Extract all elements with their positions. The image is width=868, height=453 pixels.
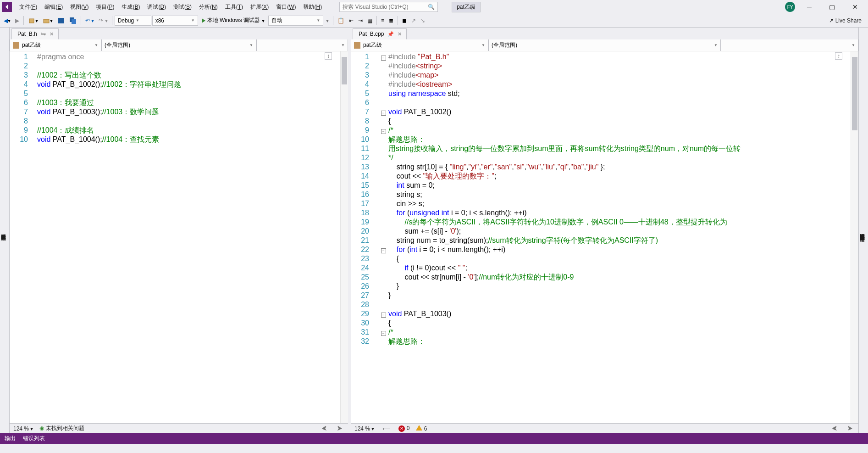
fold-toggle[interactable] xyxy=(378,181,388,190)
code-line[interactable]: { xyxy=(388,117,851,126)
code-line[interactable]: void PAT_B_1003();//1003：数学问题 xyxy=(37,107,340,117)
platform-dropdown[interactable]: x86▼ xyxy=(152,16,198,26)
code-line[interactable] xyxy=(37,89,340,98)
fold-toggle[interactable] xyxy=(378,300,388,309)
member-combo[interactable]: ▼ xyxy=(256,39,348,51)
fold-toggle[interactable] xyxy=(378,71,388,80)
fold-toggle[interactable] xyxy=(378,236,388,245)
code-line[interactable]: 用string接收输入，string的每一位数字累加到sum里面，再将sum转化… xyxy=(388,144,851,153)
code-line[interactable]: } xyxy=(388,282,851,291)
code-line[interactable]: { xyxy=(388,254,851,263)
fold-toggle[interactable] xyxy=(378,291,388,300)
code-line[interactable]: void PAT_B_1004();//1004：查找元素 xyxy=(37,135,340,144)
code-line[interactable]: int sum = 0; xyxy=(388,181,851,190)
pin-icon[interactable]: ⮀ xyxy=(41,31,46,37)
nav-right-icon[interactable]: ⮞ xyxy=(846,425,855,432)
code-line[interactable]: if (i != 0)cout << " "; xyxy=(388,263,851,273)
code-line[interactable]: for (unsigned int i = 0; i < s.length();… xyxy=(388,208,851,218)
nav-left-icon[interactable]: ⮜ xyxy=(320,425,329,432)
search-box[interactable]: 🔍 xyxy=(339,2,438,12)
member-combo[interactable]: ▼ xyxy=(721,39,858,51)
fold-toggle[interactable] xyxy=(378,162,388,172)
code-line[interactable]: string num = to_string(sum);//sum转化为stri… xyxy=(388,236,851,245)
fold-toggle[interactable] xyxy=(378,98,388,107)
menu-item[interactable]: 测试(S) xyxy=(170,1,195,13)
menu-item[interactable]: 工具(T) xyxy=(221,1,247,13)
code-line[interactable]: cin >> s; xyxy=(388,199,851,208)
search-input[interactable] xyxy=(343,4,428,10)
code-line[interactable]: #include<iostream> xyxy=(388,80,851,89)
nav-back-button[interactable]: ◀ ▾ xyxy=(2,17,12,25)
code-line[interactable]: string str[10] = { "ling","yi","er","san… xyxy=(388,162,851,172)
new-project-button[interactable]: ▾ xyxy=(26,16,40,25)
fold-toggle[interactable] xyxy=(378,319,388,328)
expand-icon[interactable]: ↕ xyxy=(325,52,332,60)
code-line[interactable]: */ xyxy=(388,153,851,162)
code-line[interactable]: //s的每个字符为ASCII，将ACSII字符转化为10进制数字，例ASCII … xyxy=(388,218,851,227)
zoom-dropdown[interactable]: 124 % ▾ xyxy=(13,425,33,432)
close-icon[interactable]: ✕ xyxy=(50,31,54,37)
close-icon[interactable]: ✕ xyxy=(398,31,402,37)
menu-item[interactable]: 调试(D) xyxy=(144,1,170,13)
start-debug-button[interactable]: 本地 Windows 调试器 ▾ xyxy=(199,16,267,25)
redo-button[interactable]: ↷ ▾ xyxy=(97,17,109,25)
code-line[interactable]: } xyxy=(388,291,851,300)
code-line[interactable]: sum += (s[i] - '0'); xyxy=(388,227,851,236)
undo-button[interactable]: ↶ ▾ xyxy=(83,17,96,25)
tab-pat-b-cpp[interactable]: Pat_B.cpp 📌 ✕ xyxy=(353,28,407,39)
left-code-area[interactable]: 12345678910 ↕#pragma once //1002：写出这个数vo… xyxy=(10,51,348,423)
minimize-button[interactable]: ─ xyxy=(802,1,817,12)
menu-item[interactable]: 扩展(X) xyxy=(247,1,272,13)
live-share-button[interactable]: ↗Live Share xyxy=(829,17,866,24)
code-line[interactable]: string s; xyxy=(388,190,851,199)
fold-toggle[interactable] xyxy=(378,254,388,263)
code-line[interactable] xyxy=(37,117,340,126)
menu-item[interactable]: 视图(V) xyxy=(66,1,92,13)
fold-toggle[interactable]: − xyxy=(378,245,388,254)
tb-icon9[interactable]: ↘ xyxy=(419,17,427,25)
fold-toggle[interactable] xyxy=(378,172,388,181)
menu-item[interactable]: 帮助(H) xyxy=(299,1,326,13)
code-line[interactable]: void PAT_B_1002();//1002：字符串处理问题 xyxy=(37,80,340,89)
expand-icon[interactable]: ↕ xyxy=(835,52,842,60)
zoom-dropdown[interactable]: 124 % ▾ xyxy=(354,425,374,432)
fold-toggle[interactable] xyxy=(378,117,388,126)
left-scrollbar[interactable] xyxy=(340,51,348,423)
tb-icon6[interactable]: ≣ xyxy=(387,17,395,25)
right-scrollbar[interactable] xyxy=(851,51,858,423)
save-all-button[interactable] xyxy=(67,16,78,25)
right-code-area[interactable]: 1234567891011121314151617181920212223242… xyxy=(351,51,858,423)
error-list-tab[interactable]: 错误列表 xyxy=(23,435,45,442)
fold-toggle[interactable] xyxy=(378,199,388,208)
code-line[interactable]: 解题思路： xyxy=(388,337,851,346)
config-dropdown[interactable]: Debug▼ xyxy=(115,16,151,26)
nav-right-icon[interactable]: ⮞ xyxy=(335,425,344,432)
nav-left-icon[interactable]: ⮜ xyxy=(830,425,839,432)
fold-toggle[interactable] xyxy=(378,62,388,71)
project-combo[interactable]: pat乙级▼ xyxy=(10,39,101,51)
fold-toggle[interactable] xyxy=(378,208,388,218)
fold-toggle[interactable] xyxy=(378,80,388,89)
menu-item[interactable]: 文件(F) xyxy=(16,1,41,13)
code-line[interactable] xyxy=(37,62,340,71)
error-count[interactable]: ✕ 0 xyxy=(398,425,409,432)
tab-pat-b-h[interactable]: Pat_B.h ⮀ ✕ xyxy=(11,28,59,39)
fold-toggle[interactable]: − xyxy=(378,328,388,337)
code-line[interactable]: #pragma once xyxy=(37,52,340,62)
fold-toggle[interactable] xyxy=(378,144,388,153)
menu-item[interactable]: 窗口(W) xyxy=(272,1,299,13)
fold-toggle[interactable] xyxy=(378,89,388,98)
tb-icon8[interactable]: ↗ xyxy=(409,17,418,25)
output-tab[interactable]: 输出 xyxy=(5,435,16,442)
code-line[interactable]: { xyxy=(388,319,851,328)
project-combo[interactable]: pat乙级▼ xyxy=(351,39,488,51)
right-side-strip[interactable]: 解决方案资源管理器 团队资源管理器 通知图 xyxy=(858,28,868,433)
code-line[interactable]: cout << str[num[i] - '0'];//num转化为对应的十进制… xyxy=(388,273,851,282)
warning-count[interactable]: 6 xyxy=(416,425,427,432)
code-line[interactable]: #include<string> xyxy=(388,62,851,71)
menu-item[interactable]: 编辑(E) xyxy=(41,1,66,13)
fold-toggle[interactable] xyxy=(378,227,388,236)
tb-icon4[interactable]: ▦ xyxy=(365,17,374,25)
scope-combo[interactable]: (全局范围)▼ xyxy=(488,39,721,51)
user-avatar[interactable]: FY xyxy=(785,2,795,12)
